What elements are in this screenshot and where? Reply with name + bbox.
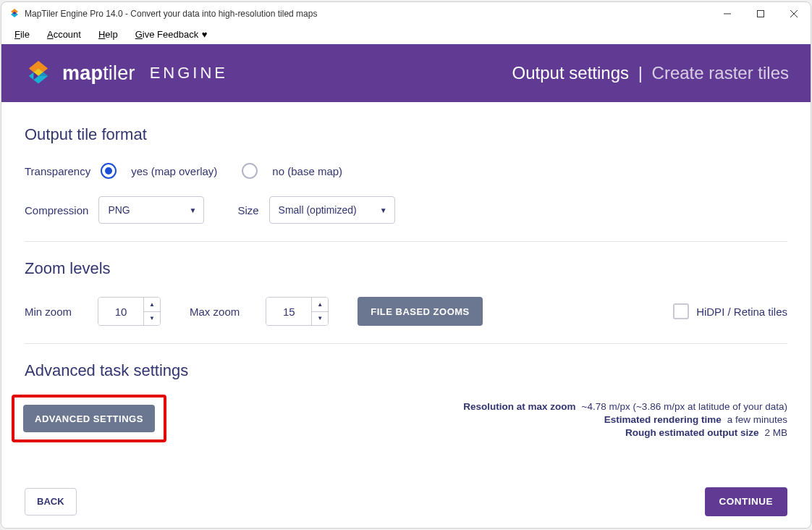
size-label: Size — [237, 204, 258, 216]
compression-row: Compression PNG ▼ Size Small (optimized)… — [25, 196, 787, 224]
advanced-settings-button[interactable]: ADVANCED SETTINGS — [23, 405, 155, 432]
menu-account[interactable]: Account — [40, 28, 91, 41]
info-block: Resolution at max zoom~4.78 m/px (~3.86 … — [463, 399, 787, 440]
banner: maptiler ENGINE Output settings | Create… — [1, 44, 811, 102]
continue-button[interactable]: CONTINUE — [705, 487, 788, 516]
breadcrumb-current: Output settings — [512, 63, 629, 83]
radio-no[interactable] — [242, 163, 258, 179]
logo-icon — [23, 58, 54, 88]
window-title: MapTiler Engine Pro 14.0 - Convert your … — [25, 9, 711, 19]
hidpi-checkbox[interactable] — [673, 303, 689, 319]
min-zoom-input[interactable] — [98, 298, 143, 325]
hidpi-label[interactable]: HiDPI / Retina tiles — [696, 306, 787, 318]
banner-breadcrumb: Output settings | Create raster tiles — [512, 63, 789, 83]
menu-file[interactable]: File — [7, 28, 40, 41]
max-zoom-spinner: ▲ ▼ — [266, 297, 329, 326]
brand-engine: ENGINE — [150, 64, 228, 83]
app-window: MapTiler Engine Pro 14.0 - Convert your … — [1, 1, 811, 529]
info-time-val: a few minutes — [727, 414, 787, 425]
min-zoom-label: Min zoom — [25, 306, 72, 318]
max-zoom-label: Max zoom — [190, 306, 240, 318]
info-size-val: 2 MB — [764, 427, 787, 438]
menubar: File Account Help Give Feedback ♥ — [1, 25, 811, 44]
advanced-row: ADVANCED SETTINGS Resolution at max zoom… — [25, 399, 787, 447]
size-value: Small (optimized) — [279, 204, 357, 216]
section-title-format: Output tile format — [25, 125, 787, 144]
back-button[interactable]: BACK — [25, 488, 77, 516]
breadcrumb-tail: Create raster tiles — [652, 63, 789, 83]
hidpi-group: HiDPI / Retina tiles — [673, 303, 787, 319]
maximize-icon — [757, 10, 764, 17]
min-zoom-spinner: ▲ ▼ — [98, 297, 161, 326]
min-zoom-down[interactable]: ▼ — [144, 312, 160, 326]
max-zoom-down[interactable]: ▼ — [312, 312, 328, 326]
radio-yes-label[interactable]: yes (map overlay) — [131, 165, 217, 177]
info-time-key: Estimated rendering time — [604, 414, 722, 425]
close-button[interactable] — [777, 2, 811, 25]
close-icon — [790, 10, 798, 17]
brand-wordmark: maptiler — [62, 62, 135, 85]
highlight-advanced-settings: ADVANCED SETTINGS — [12, 395, 166, 442]
titlebar: MapTiler Engine Pro 14.0 - Convert your … — [1, 2, 811, 25]
maximize-button[interactable] — [744, 2, 777, 25]
content-area: Output tile format Transparency yes (map… — [1, 102, 811, 474]
max-zoom-up[interactable]: ▲ — [312, 298, 328, 312]
minimize-button[interactable] — [711, 2, 744, 25]
transparency-label: Transparency — [25, 165, 90, 177]
section-title-zoom: Zoom levels — [25, 259, 787, 278]
radio-yes[interactable] — [101, 163, 117, 179]
file-based-zooms-button[interactable]: FILE BASED ZOOMS — [358, 297, 483, 326]
divider — [25, 241, 787, 242]
menu-feedback[interactable]: Give Feedback ♥ — [128, 28, 218, 41]
window-controls — [711, 2, 811, 25]
section-title-advanced: Advanced task settings — [25, 361, 787, 380]
divider — [25, 343, 787, 344]
zoom-row: Min zoom ▲ ▼ Max zoom ▲ ▼ FILE BASED ZOO… — [25, 297, 787, 326]
svg-rect-1 — [758, 11, 764, 17]
info-resolution-key: Resolution at max zoom — [463, 401, 575, 412]
max-zoom-input[interactable] — [266, 298, 311, 325]
info-resolution-val: ~4.78 m/px (~3.86 m/px at latitude of yo… — [582, 401, 787, 412]
transparency-row: Transparency yes (map overlay) no (base … — [25, 163, 787, 179]
footer: BACK CONTINUE — [1, 474, 811, 528]
compression-label: Compression — [25, 204, 88, 216]
compression-select[interactable]: PNG ▼ — [98, 196, 204, 224]
menu-help[interactable]: Help — [91, 28, 128, 41]
minimize-icon — [724, 10, 731, 17]
min-zoom-up[interactable]: ▲ — [144, 298, 160, 312]
caret-down-icon: ▼ — [180, 206, 196, 214]
app-icon — [9, 8, 20, 20]
caret-down-icon: ▼ — [371, 206, 387, 214]
radio-no-label[interactable]: no (base map) — [272, 165, 342, 177]
brand-logo: maptiler ENGINE — [23, 58, 228, 88]
info-size-key: Rough estimated output size — [625, 427, 759, 438]
compression-value: PNG — [108, 204, 130, 216]
size-select[interactable]: Small (optimized) ▼ — [269, 196, 395, 224]
transparency-radio-group: yes (map overlay) no (base map) — [101, 163, 357, 179]
